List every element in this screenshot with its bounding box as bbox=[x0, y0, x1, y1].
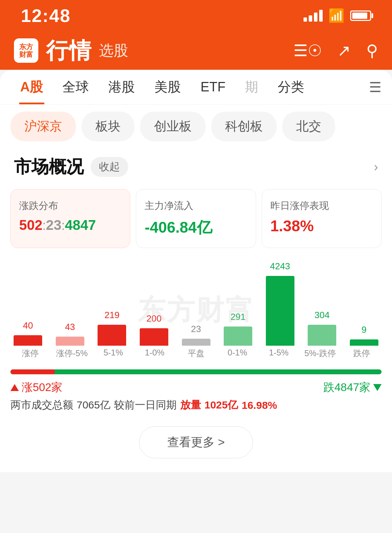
rise-label: 涨502家 bbox=[22, 380, 62, 395]
bar-col-limit-down: 9 bbox=[343, 324, 385, 346]
fall-label: 跌4847家 bbox=[323, 380, 370, 395]
bar-fall0-1 bbox=[224, 326, 252, 346]
status-bar: 12:48 📶 bbox=[0, 0, 392, 31]
sub-tab-beijing[interactable]: 北交 bbox=[282, 112, 335, 141]
bar-fall1-5 bbox=[266, 276, 294, 346]
market-cards: 涨跌分布 502:23:4847 主力净流入 -406.84亿 昨日涨停表现 1… bbox=[0, 186, 392, 255]
section-title: 市场概况 bbox=[14, 155, 84, 179]
bar-label-8: 跌停 bbox=[341, 348, 382, 359]
bar-count-fall0-1: 291 bbox=[230, 311, 245, 322]
rise-arrow-icon bbox=[10, 384, 19, 391]
signal-icon bbox=[303, 10, 323, 22]
bar-flat bbox=[182, 339, 210, 346]
summary-fall: 跌4847家 bbox=[323, 380, 382, 395]
bar-rise1-5 bbox=[98, 325, 126, 346]
progress-section bbox=[0, 366, 392, 378]
search-icon[interactable]: ⚲ bbox=[366, 41, 378, 60]
card-netflow-label: 主力净流入 bbox=[145, 199, 247, 212]
bar-col-fall1-5: 4243 bbox=[259, 261, 301, 346]
volume-prefix: 放量 bbox=[180, 398, 201, 412]
bar-label-0: 涨停 bbox=[10, 348, 51, 359]
app-logo: 东方 财富 bbox=[14, 38, 38, 63]
bar-count-flat: 23 bbox=[191, 324, 201, 335]
sub-tab-bar: 沪深京 板块 创业板 科创板 北交 bbox=[0, 105, 392, 148]
bar-count-fall1-5: 4243 bbox=[270, 261, 290, 272]
bar-col-rise0-1: 200 bbox=[133, 313, 175, 346]
bar-label-4: 平盘 bbox=[175, 348, 217, 359]
bar-chart-section: 东方财富 40 43 219 200 23 bbox=[0, 255, 392, 366]
card-distribution-value: 502:23:4847 bbox=[19, 217, 122, 233]
main-content: A股 全球 港股 美股 ETF 期 分类 ☰ 沪深京 板块 创业板 bbox=[0, 70, 392, 472]
header-actions: ☰☉ ↗︎ ⚲ bbox=[293, 41, 378, 60]
bar-col-flat: 23 bbox=[175, 324, 217, 346]
card-yesterday-value: 1.38% bbox=[270, 217, 373, 235]
share-icon[interactable]: ↗︎ bbox=[337, 41, 351, 60]
header-subtitle: 选股 bbox=[99, 41, 128, 60]
bar-col-fall0-1: 291 bbox=[217, 311, 259, 346]
volume-value3: 16.98% bbox=[242, 399, 277, 411]
sub-tab-sector[interactable]: 板块 bbox=[82, 112, 134, 141]
header-title: 行情 bbox=[46, 36, 92, 66]
section-header: 市场概况 收起 › bbox=[0, 148, 392, 186]
tab-global[interactable]: 全球 bbox=[53, 70, 99, 104]
battery-icon bbox=[350, 10, 371, 21]
volume-label2: 较前一日同期 bbox=[114, 398, 177, 412]
status-icons: 📶 bbox=[303, 8, 371, 23]
bar-chart: 40 43 219 200 23 bbox=[7, 255, 385, 346]
settings-icon[interactable]: ☰☉ bbox=[293, 41, 322, 60]
bar-fall5 bbox=[308, 325, 336, 346]
bar-label-7: 5%-跌停 bbox=[299, 348, 341, 359]
bar-limit-down bbox=[350, 339, 378, 346]
bar-count-limit-down: 9 bbox=[362, 324, 367, 335]
card-distribution[interactable]: 涨跌分布 502:23:4847 bbox=[10, 189, 130, 248]
collapse-button[interactable]: 收起 bbox=[91, 157, 128, 177]
bar-count-fall5: 304 bbox=[315, 310, 330, 321]
bar-limit-up bbox=[14, 335, 42, 346]
tab-futures[interactable]: 期 bbox=[235, 70, 268, 104]
view-more-button[interactable]: 查看更多 > bbox=[139, 426, 253, 458]
view-more-section: 查看更多 > bbox=[0, 419, 392, 472]
volume-value2: 1025亿 bbox=[205, 398, 238, 412]
summary-rise: 涨502家 bbox=[10, 380, 62, 395]
wifi-icon: 📶 bbox=[328, 8, 345, 23]
bar-labels: 涨停 涨停-5% 5-1% 1-0% 平盘 0-1% 1-5% 5%-跌停 跌停 bbox=[7, 348, 385, 359]
card-netflow[interactable]: 主力净流入 -406.84亿 bbox=[136, 189, 256, 248]
bar-col-rise5: 43 bbox=[49, 322, 91, 346]
bar-col-limit-up: 40 bbox=[7, 320, 49, 346]
tab-us[interactable]: 美股 bbox=[145, 70, 191, 104]
bar-count-rise5: 43 bbox=[65, 322, 75, 332]
summary-row: 涨502家 跌4847家 bbox=[0, 378, 392, 397]
bar-label-3: 1-0% bbox=[134, 348, 175, 359]
volume-label1: 两市成交总额 bbox=[10, 398, 73, 412]
volume-row: 两市成交总额 7065亿 较前一日同期 放量 1025亿 16.98% bbox=[0, 397, 392, 419]
sub-tab-shenzhen-beijing[interactable]: 沪深京 bbox=[10, 112, 76, 141]
section-arrow-icon[interactable]: › bbox=[374, 160, 378, 174]
card-netflow-value: -406.84亿 bbox=[145, 217, 247, 238]
bar-col-fall5: 304 bbox=[301, 310, 343, 346]
bar-count-rise1-5: 219 bbox=[105, 310, 120, 321]
bar-count-rise0-1: 200 bbox=[146, 313, 161, 324]
tab-hk[interactable]: 港股 bbox=[99, 70, 145, 104]
tab-bar: A股 全球 港股 美股 ETF 期 分类 ☰ bbox=[0, 70, 392, 105]
card-distribution-label: 涨跌分布 bbox=[19, 199, 122, 212]
status-time: 12:48 bbox=[21, 5, 71, 26]
volume-value1: 7065亿 bbox=[77, 398, 110, 412]
bar-label-2: 5-1% bbox=[93, 348, 134, 359]
bar-rise5 bbox=[56, 337, 84, 346]
app-header: 东方 财富 行情 选股 ☰☉ ↗︎ ⚲ bbox=[0, 31, 392, 70]
bar-count-limit-up: 40 bbox=[23, 320, 33, 331]
bar-rise0-1 bbox=[140, 328, 168, 346]
tab-a-shares[interactable]: A股 bbox=[10, 70, 53, 104]
fall-arrow-icon bbox=[373, 384, 382, 391]
sub-tab-chuangye[interactable]: 创业板 bbox=[140, 112, 206, 141]
sub-tab-kechuang[interactable]: 科创板 bbox=[211, 112, 277, 141]
bar-label-1: 涨停-5% bbox=[51, 348, 93, 359]
rise-portion bbox=[10, 369, 55, 374]
bar-label-5: 0-1% bbox=[217, 348, 258, 359]
tab-etf[interactable]: ETF bbox=[191, 70, 235, 104]
card-yesterday-label: 昨日涨停表现 bbox=[270, 199, 373, 212]
tab-category[interactable]: 分类 bbox=[268, 70, 314, 104]
tab-more-icon[interactable]: ☰ bbox=[369, 79, 382, 95]
rise-fall-bar bbox=[10, 369, 382, 374]
card-yesterday[interactable]: 昨日涨停表现 1.38% bbox=[262, 189, 382, 248]
